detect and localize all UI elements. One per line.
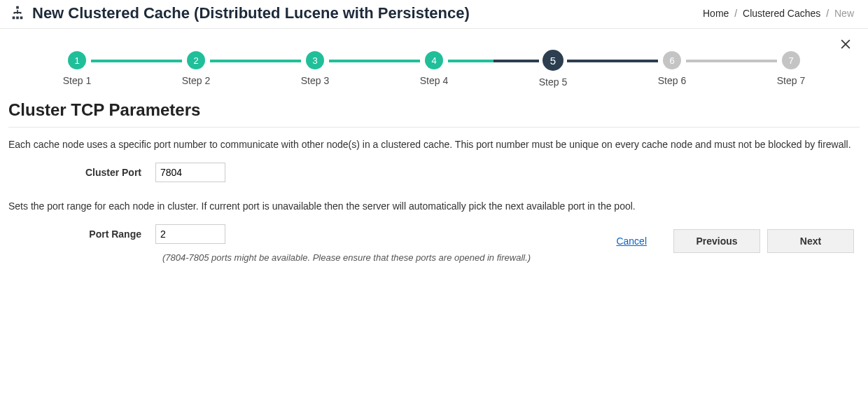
page-header: New Clustered Cache (Distributed Lucene … <box>0 0 868 28</box>
breadcrumb: Home / Clustered Caches / New <box>703 8 854 19</box>
wizard-panel: 1 Step 1 2 Step 2 3 Step 3 4 Step 4 5 St… <box>0 28 868 263</box>
step-7-circle: 7 <box>782 51 800 69</box>
step-1-label: Step 1 <box>63 75 91 86</box>
step-1[interactable]: 1 Step 1 <box>63 51 91 86</box>
cluster-port-description: Each cache node uses a specific port num… <box>8 139 860 150</box>
cluster-port-row: Cluster Port <box>8 163 860 182</box>
step-connector <box>448 60 539 62</box>
header-left: New Clustered Cache (Distributed Lucene … <box>10 4 470 22</box>
previous-button[interactable]: Previous <box>673 229 760 253</box>
step-connector <box>210 60 301 62</box>
port-range-description: Sets the port range for each node in clu… <box>8 200 860 212</box>
step-3-label: Step 3 <box>301 75 329 86</box>
breadcrumb-home[interactable]: Home <box>703 8 729 19</box>
step-connector <box>567 60 658 62</box>
stepper: 1 Step 1 2 Step 2 3 Step 3 4 Step 4 5 St… <box>0 29 868 95</box>
step-connector <box>686 60 777 62</box>
step-4-label: Step 4 <box>420 75 448 86</box>
step-2-circle: 2 <box>187 51 205 69</box>
step-5[interactable]: 5 Step 5 <box>539 50 567 88</box>
step-6-circle: 6 <box>663 51 681 69</box>
step-4-circle: 4 <box>425 51 443 69</box>
step-2[interactable]: 2 Step 2 <box>182 51 210 86</box>
step-connector <box>91 60 182 62</box>
breadcrumb-clustered-caches[interactable]: Clustered Caches <box>743 8 820 19</box>
step-3[interactable]: 3 Step 3 <box>301 51 329 86</box>
step-2-label: Step 2 <box>182 75 210 86</box>
step-6-label: Step 6 <box>658 75 686 86</box>
step-1-circle: 1 <box>68 51 86 69</box>
step-5-circle: 5 <box>542 50 564 71</box>
cancel-link[interactable]: Cancel <box>616 235 647 247</box>
breadcrumb-separator: / <box>823 8 832 19</box>
section-title: Cluster TCP Parameters <box>0 95 868 127</box>
step-connector <box>329 60 420 62</box>
cluster-port-label: Cluster Port <box>8 167 155 178</box>
wizard-container: New Clustered Cache (Distributed Lucene … <box>0 0 868 378</box>
sitemap-icon <box>10 5 25 22</box>
step-5-label: Step 5 <box>539 76 567 88</box>
step-6[interactable]: 6 Step 6 <box>658 51 686 86</box>
wizard-footer: Cancel Previous Next <box>0 219 868 263</box>
cluster-port-input[interactable] <box>155 163 225 182</box>
step-7[interactable]: 7 Step 7 <box>777 51 805 86</box>
step-4[interactable]: 4 Step 4 <box>420 51 448 86</box>
next-button[interactable]: Next <box>767 229 854 253</box>
step-7-label: Step 7 <box>777 75 805 86</box>
breadcrumb-separator: / <box>732 8 740 19</box>
step-3-circle: 3 <box>306 51 324 69</box>
breadcrumb-current: New <box>834 8 854 19</box>
page-title: New Clustered Cache (Distributed Lucene … <box>32 4 470 22</box>
